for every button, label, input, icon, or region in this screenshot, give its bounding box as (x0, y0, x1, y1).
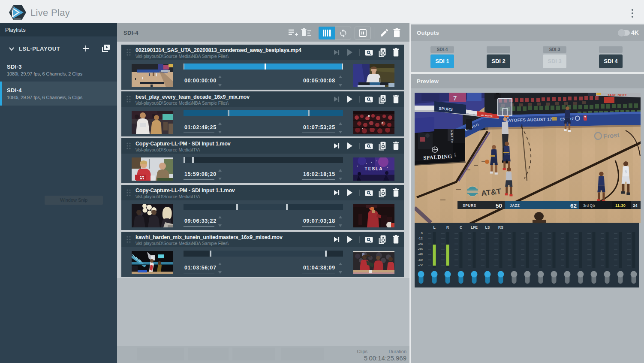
svg-text:11:30: 11:30 (615, 203, 626, 208)
svg-text:24: 24 (633, 203, 638, 208)
svg-text:50: 50 (496, 203, 502, 209)
svg-text:62: 62 (570, 203, 577, 209)
svg-text:TESLA: TESLA (365, 166, 383, 171)
svg-text:JAZZ: JAZZ (510, 203, 520, 208)
svg-text:5: 5 (625, 169, 627, 174)
svg-text:3rd Qtr: 3rd Qtr (583, 203, 596, 208)
svg-text:SPURS: SPURS (463, 203, 476, 208)
